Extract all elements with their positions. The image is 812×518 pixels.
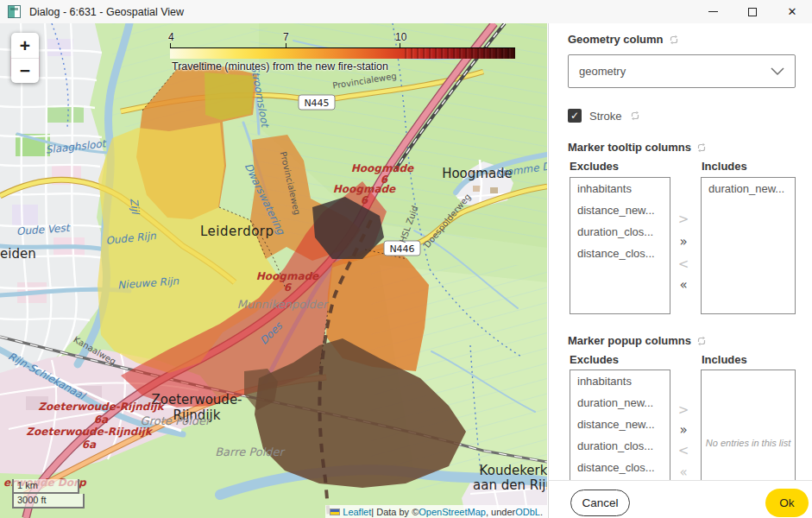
ukraine-flag-icon [330, 509, 340, 515]
tooltip-transfer-buttons: > » < « [672, 177, 695, 314]
move-all-right-button[interactable]: » [672, 422, 695, 438]
attribution-text2: , under [486, 507, 515, 517]
list-item[interactable]: duration_new... [702, 178, 795, 199]
attribution-text: | Data by © [371, 507, 419, 517]
check-icon: ✓ [570, 110, 579, 122]
map-scale-control: 1 km 3000 ft [12, 479, 85, 509]
list-item[interactable]: distance_new... [570, 199, 670, 221]
move-left-button[interactable]: < [672, 443, 695, 458]
dialog-icon [8, 5, 21, 18]
maximize-icon [748, 8, 757, 16]
legend-gradient-bar [170, 47, 515, 59]
map-graphics: N445 N446 Leiderdorp Hoogmade Zoeterwoud… [0, 23, 547, 518]
stroke-label: Stroke [589, 110, 622, 123]
svg-text:Hoogmade: Hoogmade [256, 270, 319, 282]
geometry-column-value: geometry [579, 65, 626, 78]
svg-text:Munnikenpolder: Munnikenpolder [237, 298, 330, 311]
list-item[interactable]: distance_clos... [570, 243, 670, 264]
titlebar: Dialog - 6:631 - Geospatial View ✕ [0, 0, 812, 23]
stroke-row: ✓ Stroke [568, 109, 640, 123]
stroke-checkbox[interactable]: ✓ [568, 109, 582, 123]
svg-text:N446: N446 [389, 243, 414, 255]
minimize-icon [708, 11, 718, 12]
maximize-button[interactable] [733, 0, 772, 23]
list-item[interactable]: inhabitants [570, 370, 670, 392]
tooltip-excludes-header: Excludes [570, 160, 619, 173]
move-all-left-button[interactable]: « [672, 277, 695, 293]
popup-columns-label: Marker popup columns [568, 334, 707, 347]
tooltip-includes-header: Includes [702, 160, 747, 173]
tooltip-excludes-list[interactable]: inhabitants distance_new... duration_clo… [570, 177, 670, 314]
svg-text:Hoogmade: Hoogmade [333, 183, 396, 195]
svg-text:6a: 6a [94, 414, 109, 426]
svg-text:Hoogmade: Hoogmade [351, 162, 414, 174]
move-right-button[interactable]: > [672, 402, 695, 418]
geometry-column-select[interactable]: geometry [568, 54, 796, 88]
move-all-right-button[interactable]: » [672, 234, 695, 250]
scale-ft: 3000 ft [12, 494, 85, 509]
osm-link[interactable]: OpenStreetMap [419, 507, 486, 517]
move-left-button[interactable]: < [672, 256, 695, 272]
legend-tick-10: 10 [395, 31, 406, 43]
svg-text:Koudekerk: Koudekerk [480, 463, 547, 478]
list-item[interactable]: duration_clos... [570, 221, 670, 243]
cancel-button[interactable]: Cancel [570, 490, 630, 516]
zoom-in-button[interactable]: + [11, 33, 39, 58]
leaflet-link[interactable]: Leaflet [343, 507, 371, 517]
legend-caption: Traveltime (minutes) from the new fire-s… [172, 60, 388, 73]
flow-variable-icon[interactable] [696, 336, 707, 346]
attribution-period: . [540, 507, 543, 517]
settings-panel: Geometry column geometry ✓ Stroke Marker… [548, 23, 812, 518]
geometry-column-label: Geometry column [568, 33, 679, 46]
ok-button[interactable]: Ok [765, 489, 809, 517]
popup-transfer-buttons: > » < « [672, 370, 695, 480]
svg-text:Leiderdorp: Leiderdorp [200, 224, 274, 239]
zoom-out-button[interactable]: − [11, 58, 39, 83]
list-item[interactable]: distance_new... [570, 414, 670, 435]
list-item[interactable]: distance_clos... [570, 457, 670, 478]
tooltip-columns-label: Marker tooltip columns [568, 141, 707, 154]
scale-km: 1 km [12, 479, 79, 494]
chevron-down-icon [771, 67, 784, 76]
svg-text:Barre Polder: Barre Polder [215, 445, 286, 458]
map-attribution: Leaflet | Data by © OpenStreetMap, under… [325, 505, 547, 518]
svg-text:N445: N445 [304, 98, 329, 109]
flow-variable-icon[interactable] [696, 142, 707, 153]
popup-includes-header: Includes [702, 353, 747, 366]
popup-excludes-header: Excludes [570, 353, 619, 366]
move-all-left-button[interactable]: « [672, 464, 695, 480]
dialog-window: Dialog - 6:631 - Geospatial View ✕ [0, 0, 812, 518]
svg-text:Grote Polder: Grote Polder [141, 414, 213, 427]
tooltip-includes-list[interactable]: duration_new... [701, 177, 796, 314]
list-item[interactable]: duration_new... [570, 392, 670, 414]
odbl-link[interactable]: ODbL [515, 507, 540, 517]
legend-tick-7: 7 [283, 31, 289, 43]
road-badge-n445: N445 [299, 95, 335, 110]
flow-variable-icon[interactable] [630, 111, 640, 121]
svg-text:eiden: eiden [0, 246, 36, 262]
svg-text:Zoeterwoude-: Zoeterwoude- [151, 392, 242, 407]
move-right-button[interactable]: > [672, 212, 695, 227]
svg-text:aan den Rijn: aan den Rijn [473, 477, 547, 493]
dialog-footer: Cancel Ok [549, 480, 812, 518]
flow-variable-icon[interactable] [669, 35, 679, 45]
empty-list-message: No entries in this list [702, 438, 795, 448]
map-canvas[interactable]: N445 N446 Leiderdorp Hoogmade Zoeterwoud… [0, 23, 547, 518]
minimize-button[interactable] [693, 0, 733, 23]
popup-excludes-list[interactable]: inhabitants duration_new... distance_new… [570, 370, 670, 480]
svg-text:6a: 6a [82, 439, 97, 451]
map-zoom-control: + − [11, 33, 39, 83]
legend-tick-4: 4 [168, 31, 174, 43]
list-item[interactable]: inhabitants [570, 178, 670, 199]
popup-includes-list[interactable]: No entries in this list [701, 370, 796, 480]
svg-text:Zoeterwoude-Rijndijk: Zoeterwoude-Rijndijk [38, 401, 165, 413]
svg-text:Zijl: Zijl [128, 198, 142, 216]
window-title: Dialog - 6:631 - Geospatial View [29, 6, 184, 18]
list-item[interactable]: duration_clos... [570, 435, 670, 457]
close-button[interactable]: ✕ [772, 0, 812, 23]
svg-text:Zoeterwoude-Rijndijk: Zoeterwoude-Rijndijk [26, 426, 153, 438]
